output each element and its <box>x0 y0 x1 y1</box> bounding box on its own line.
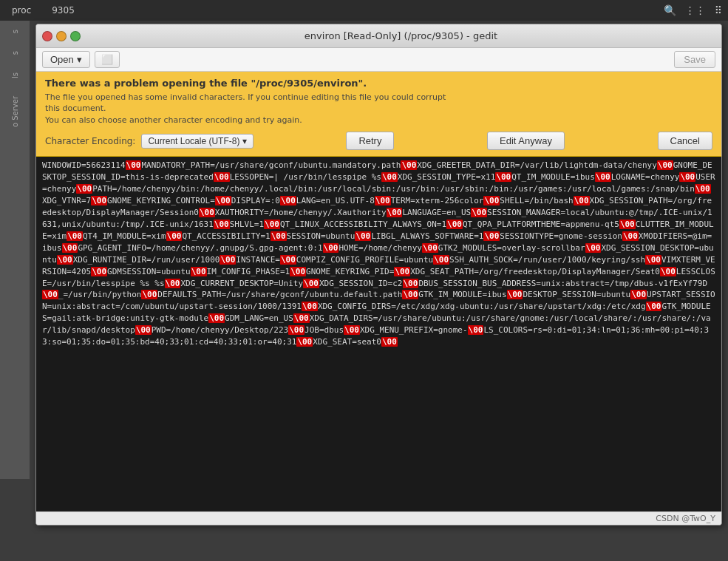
taskbar-right: 🔍 ⋮⋮ ⠿ <box>664 4 722 16</box>
null-byte: \00 <box>574 196 590 205</box>
null-byte: \00 <box>483 231 500 241</box>
content-area: environ [Read-Only] (/proc/9305) - gedit… <box>30 21 728 528</box>
statusbar: CSDN @TwO_Y <box>36 511 721 525</box>
main-layout: s s ls o Server environ [Read-Only] (/pr… <box>0 21 728 528</box>
null-byte: \00 <box>446 220 463 229</box>
null-byte: \00 <box>215 196 231 205</box>
window-controls <box>42 31 81 41</box>
toolbar: Open ▾ ⬜ Save <box>36 48 721 72</box>
null-byte: \00 <box>387 208 403 217</box>
null-byte: \00 <box>42 290 58 299</box>
warning-description: The file you opened has some invalid cha… <box>45 92 712 126</box>
sidebar-item-4[interactable]: o Server <box>10 93 21 130</box>
encoding-label: Character Encoding: <box>45 136 135 146</box>
null-byte: \00 <box>403 279 419 288</box>
null-byte: \00 <box>302 302 318 311</box>
null-byte: \00 <box>433 255 449 265</box>
editor-area[interactable]: WINDOWID=56623114\00MANDATORY_PATH=/usr/… <box>36 157 721 511</box>
null-byte: \00 <box>271 231 287 241</box>
minimize-button[interactable] <box>56 31 67 41</box>
null-byte: \00 <box>135 325 152 335</box>
null-byte: \00 <box>375 196 391 205</box>
null-byte: \00 <box>290 267 306 276</box>
null-byte: \00 <box>214 220 230 229</box>
null-byte: \00 <box>619 220 636 229</box>
null-byte: \00 <box>57 255 73 265</box>
apps-icon[interactable]: ⠿ <box>715 4 722 16</box>
null-byte: \00 <box>645 255 661 265</box>
retry-button[interactable]: Retry <box>346 132 394 150</box>
null-byte: \00 <box>679 172 695 182</box>
taskbar-pid[interactable]: 9305 <box>46 4 81 17</box>
null-byte: \00 <box>495 172 511 182</box>
null-byte: \00 <box>657 160 673 170</box>
null-byte: \00 <box>280 255 296 265</box>
grid-icon[interactable]: ⋮⋮ <box>685 4 706 16</box>
null-byte: \00 <box>394 267 410 276</box>
cancel-button[interactable]: Cancel <box>658 132 712 150</box>
null-byte: \00 <box>630 290 647 299</box>
null-byte: \00 <box>507 290 523 299</box>
open-button[interactable]: Open ▾ <box>42 51 90 68</box>
warning-title: There was a problem opening the file "/p… <box>45 78 712 89</box>
taskbar: proc 9305 🔍 ⋮⋮ ⠿ <box>0 0 728 21</box>
save-file-button[interactable]: ⬜ <box>95 51 120 68</box>
null-byte: \00 <box>76 184 92 194</box>
null-byte: \00 <box>296 337 313 347</box>
null-byte: \00 <box>381 337 398 347</box>
null-byte: \00 <box>166 231 183 241</box>
null-byte: \00 <box>91 196 107 205</box>
null-byte: \00 <box>141 290 157 299</box>
window-title: environ [Read-Only] (/proc/9305) - gedit <box>86 30 715 41</box>
null-byte: \00 <box>293 313 310 323</box>
null-byte: \00 <box>220 255 236 265</box>
null-byte: \00 <box>191 267 207 276</box>
edit-anyway-button[interactable]: Edit Anyway <box>487 132 565 150</box>
sidebar: s s ls o Server <box>0 21 30 479</box>
null-byte: \00 <box>695 184 711 194</box>
null-byte: \00 <box>303 279 319 288</box>
null-byte: \00 <box>660 267 676 276</box>
close-button[interactable] <box>42 31 52 41</box>
null-byte: \00 <box>214 172 230 182</box>
sidebar-item-1[interactable]: s <box>10 27 21 36</box>
open-label: Open <box>50 54 74 65</box>
open-arrow: ▾ <box>77 54 82 65</box>
null-byte: \00 <box>199 208 215 217</box>
null-byte: \00 <box>401 160 417 170</box>
null-byte: \00 <box>381 172 398 182</box>
null-byte: \00 <box>288 325 305 335</box>
null-byte: \00 <box>622 231 639 241</box>
null-byte: \00 <box>264 220 280 229</box>
null-byte: \00 <box>355 231 371 241</box>
null-byte: \00 <box>62 243 78 253</box>
null-byte: \00 <box>280 196 296 205</box>
null-byte: \00 <box>471 208 487 217</box>
gedit-window: environ [Read-Only] (/proc/9305) - gedit… <box>35 24 722 526</box>
save-file-icon: ⬜ <box>101 54 113 65</box>
null-byte: \00 <box>402 290 418 299</box>
search-icon[interactable]: 🔍 <box>664 4 676 16</box>
sidebar-item-3[interactable]: ls <box>10 69 21 81</box>
null-byte: \00 <box>422 243 438 253</box>
null-byte: \00 <box>468 325 484 335</box>
null-byte: \00 <box>646 302 662 311</box>
titlebar: environ [Read-Only] (/proc/9305) - gedit <box>36 24 721 48</box>
null-byte: \00 <box>323 243 339 253</box>
null-byte: \00 <box>91 267 107 276</box>
null-byte: \00 <box>208 313 225 323</box>
null-byte: \00 <box>595 172 611 182</box>
sidebar-item-2[interactable]: s <box>10 48 21 58</box>
warning-actions: Character Encoding: Current Locale (UTF-… <box>45 132 712 150</box>
warning-banner: There was a problem opening the file "/p… <box>36 72 721 157</box>
maximize-button[interactable] <box>70 31 81 41</box>
null-byte: \00 <box>483 196 500 205</box>
encoding-select[interactable]: Current Locale (UTF-8) ▾ <box>141 134 253 149</box>
null-byte: \00 <box>67 231 83 241</box>
null-byte: \00 <box>344 325 360 335</box>
taskbar-proc[interactable]: proc <box>6 4 37 17</box>
null-byte: \00 <box>126 160 142 170</box>
null-byte: \00 <box>585 243 602 253</box>
save-button[interactable]: Save <box>674 51 715 68</box>
null-byte: \00 <box>165 279 181 288</box>
